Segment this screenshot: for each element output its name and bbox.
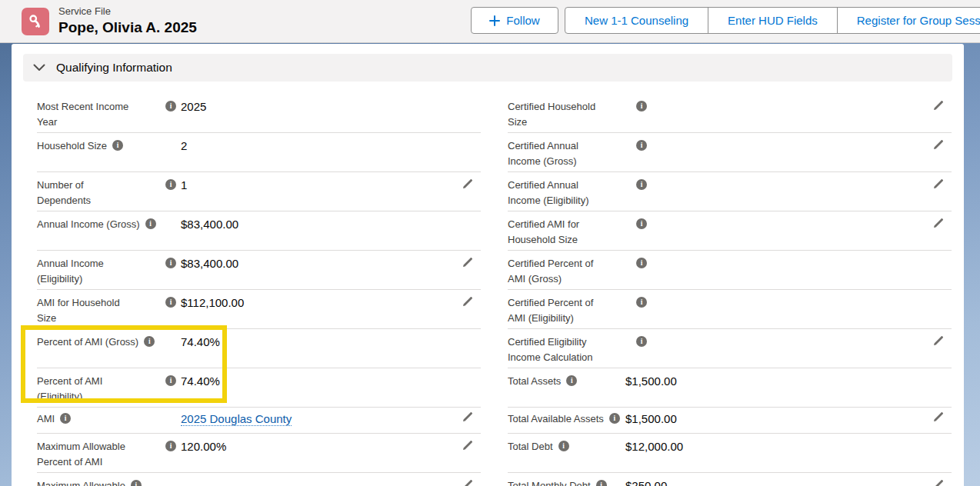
pencil-icon: [933, 178, 944, 189]
info-icon[interactable]: i: [165, 297, 176, 308]
field-row: Percent of AMI (Eligibility)i74.40%: [37, 368, 481, 408]
edit-pencil-button[interactable]: [933, 411, 944, 422]
chevron-down-icon[interactable]: [30, 61, 48, 75]
info-icon[interactable]: i: [60, 413, 71, 424]
field-label: AMI for Household Size: [37, 295, 160, 325]
field-label: Total Monthly Debt: [508, 478, 591, 486]
field-value: $83,400.00: [181, 256, 238, 271]
info-icon[interactable]: i: [165, 258, 176, 268]
section-qualifying-information[interactable]: Qualifying Information: [23, 54, 952, 82]
field-label-wrap: Percent of AMI (Gross)i: [37, 335, 481, 350]
info-icon[interactable]: i: [131, 480, 142, 486]
edit-pencil-button[interactable]: [933, 139, 944, 150]
field-row: Certified Eligibility Income Calculation…: [508, 329, 952, 368]
record-detail-card: Qualifying Information Most Recent Incom…: [12, 44, 964, 486]
edit-pencil-button[interactable]: [933, 479, 944, 486]
info-icon[interactable]: i: [112, 140, 123, 151]
edit-pencil-button[interactable]: [462, 479, 473, 486]
pencil-icon: [462, 440, 473, 451]
fields-column-left: Most Recent Income Yeari2025Household Si…: [37, 94, 481, 486]
field-row: Certified Percent of AMI (Gross)i: [508, 251, 952, 290]
info-icon[interactable]: i: [596, 480, 607, 486]
info-icon[interactable]: i: [636, 336, 647, 347]
field-label: Certified Household Size: [508, 99, 631, 129]
info-icon[interactable]: i: [636, 140, 647, 151]
pencil-icon: [933, 479, 944, 486]
field-row: Certified AMI for Household Sizei: [508, 211, 952, 251]
field-columns: Most Recent Income Yeari2025Household Si…: [12, 94, 964, 486]
field-value: 74.40%: [181, 335, 220, 350]
pencil-icon: [462, 296, 473, 307]
info-icon[interactable]: i: [558, 441, 569, 451]
field-label: Maximum Allowable: [37, 478, 125, 486]
info-icon[interactable]: i: [636, 218, 647, 229]
info-icon[interactable]: i: [609, 413, 620, 424]
field-value: 2025: [181, 99, 206, 115]
info-icon[interactable]: i: [165, 101, 176, 112]
action-button-new-1-1-counseling[interactable]: New 1-1 Counseling: [565, 8, 708, 33]
info-icon[interactable]: i: [144, 336, 155, 347]
field-row: Total Monthly Debti$250.00: [508, 473, 952, 486]
field-row: Certified Household Sizei: [508, 94, 952, 133]
field-row: Percent of AMI (Gross)i74.40%: [37, 329, 481, 368]
field-row: Certified Annual Income (Eligibility)i: [508, 172, 952, 211]
field-value: $12,000.00: [625, 439, 683, 454]
field-label: Certified Annual Income (Eligibility): [508, 178, 631, 208]
field-row: Total Assetsi$1,500.00: [508, 368, 952, 408]
info-icon[interactable]: i: [636, 297, 647, 308]
field-label: Certified Percent of AMI (Eligibility): [508, 295, 631, 325]
edit-pencil-button[interactable]: [462, 411, 473, 422]
field-value: $1,500.00: [625, 411, 677, 427]
record-type-label: Service File: [58, 5, 197, 18]
plus-icon: [489, 15, 500, 26]
field-label: Total Available Assets: [508, 411, 604, 427]
action-button-register-for-group-session[interactable]: Register for Group Session: [837, 8, 980, 33]
field-label-wrap: Certified Percent of AMI (Gross)i: [508, 256, 952, 286]
info-icon[interactable]: i: [165, 441, 176, 451]
fields-column-right: Certified Household SizeiCertified Annua…: [508, 94, 952, 486]
field-label-wrap: Percent of AMI (Eligibility)i: [37, 374, 481, 404]
field-label-wrap: Number of Dependentsi: [37, 178, 481, 208]
edit-pencil-button[interactable]: [462, 257, 473, 268]
pencil-icon: [933, 218, 944, 228]
field-label-wrap: AMI for Household Sizei: [37, 295, 481, 325]
ami-record-link[interactable]: 2025 Douglas County: [181, 412, 292, 426]
field-label-wrap: Certified Household Sizei: [508, 99, 952, 129]
field-label: Household Size: [37, 138, 107, 154]
section-title: Qualifying Information: [56, 61, 172, 75]
edit-pencil-button[interactable]: [933, 218, 944, 228]
edit-pencil-button[interactable]: [933, 178, 944, 189]
field-label: Certified Percent of AMI (Gross): [508, 256, 631, 286]
pencil-icon: [933, 139, 944, 150]
action-button-enter-hud-fields[interactable]: Enter HUD Fields: [708, 8, 837, 33]
action-button-group: New 1-1 CounselingEnter HUD FieldsRegist…: [565, 7, 980, 34]
field-value: $83,400.00: [181, 217, 238, 232]
field-label: Certified Annual Income (Gross): [508, 138, 631, 168]
pencil-icon: [462, 257, 473, 268]
edit-pencil-button[interactable]: [462, 178, 473, 189]
edit-pencil-button[interactable]: [462, 440, 473, 451]
pencil-icon: [933, 411, 944, 422]
edit-pencil-button[interactable]: [462, 296, 473, 307]
field-value: $112,100.00: [181, 295, 244, 311]
follow-button[interactable]: Follow: [471, 7, 558, 34]
info-icon[interactable]: i: [566, 375, 577, 386]
field-label-wrap: Total Assetsi: [508, 374, 952, 389]
edit-pencil-button[interactable]: [933, 335, 944, 346]
field-label: Maximum Allowable Percent of AMI: [37, 439, 160, 469]
info-icon[interactable]: i: [636, 179, 647, 190]
info-icon[interactable]: i: [145, 218, 156, 229]
info-icon[interactable]: i: [636, 101, 647, 112]
field-label-wrap: Certified AMI for Household Sizei: [508, 217, 952, 247]
field-label: AMI: [37, 411, 55, 427]
field-label-wrap: Certified Annual Income (Eligibility)i: [508, 178, 952, 208]
field-label: Most Recent Income Year: [37, 99, 160, 129]
info-icon[interactable]: i: [165, 375, 176, 386]
pencil-icon: [462, 479, 473, 486]
edit-pencil-button[interactable]: [933, 100, 944, 111]
field-label-wrap: Certified Annual Income (Gross)i: [508, 138, 952, 168]
field-value: 1: [181, 178, 187, 193]
info-icon[interactable]: i: [636, 258, 647, 268]
info-icon[interactable]: i: [165, 179, 176, 190]
record-page-header: Service File Pope, Olivia A. 2025 Follow…: [0, 0, 980, 43]
